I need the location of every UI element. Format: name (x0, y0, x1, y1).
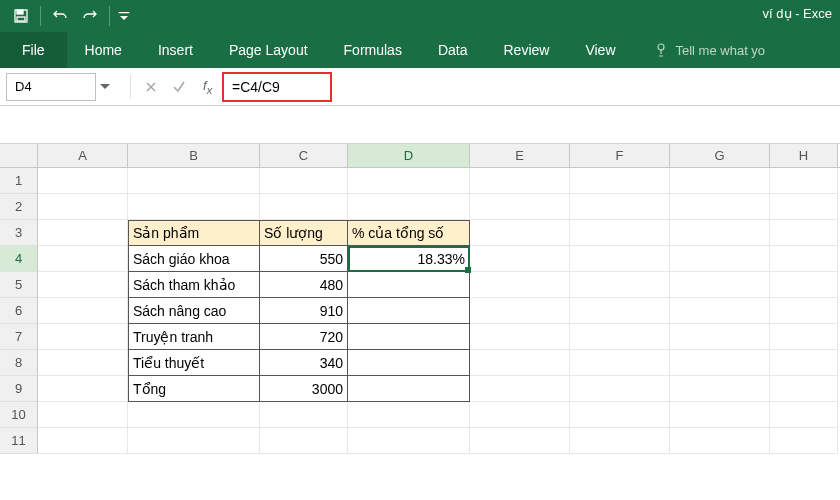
cell[interactable] (260, 168, 348, 194)
row-header-3[interactable]: 3 (0, 220, 38, 246)
row-header-5[interactable]: 5 (0, 272, 38, 298)
cell[interactable] (570, 246, 670, 272)
cell-b3[interactable]: Sản phẩm (128, 220, 260, 246)
tab-view[interactable]: View (567, 32, 633, 68)
cell[interactable] (470, 324, 570, 350)
cell[interactable] (670, 350, 770, 376)
cell[interactable] (260, 402, 348, 428)
cell[interactable] (570, 194, 670, 220)
cell[interactable] (770, 272, 838, 298)
cell[interactable] (470, 246, 570, 272)
cell[interactable] (670, 298, 770, 324)
cell[interactable] (670, 246, 770, 272)
cell[interactable] (570, 428, 670, 454)
cell[interactable] (670, 428, 770, 454)
cell[interactable] (38, 428, 128, 454)
cell-d4[interactable]: 18.33% (348, 246, 470, 272)
cell[interactable] (128, 194, 260, 220)
name-box[interactable]: D4 (6, 73, 96, 101)
cell[interactable] (260, 194, 348, 220)
cell[interactable] (470, 168, 570, 194)
cell[interactable] (38, 298, 128, 324)
cell[interactable] (770, 376, 838, 402)
enter-icon[interactable] (165, 74, 193, 100)
cell[interactable] (38, 220, 128, 246)
tab-formulas[interactable]: Formulas (326, 32, 420, 68)
fx-icon[interactable]: fx (203, 78, 212, 96)
cell[interactable] (570, 376, 670, 402)
cell-c9[interactable]: 3000 (260, 376, 348, 402)
col-header-d[interactable]: D (348, 144, 470, 167)
cell-b8[interactable]: Tiểu thuyết (128, 350, 260, 376)
cell[interactable] (570, 350, 670, 376)
col-header-h[interactable]: H (770, 144, 838, 167)
cell[interactable] (670, 402, 770, 428)
col-header-e[interactable]: E (470, 144, 570, 167)
cell[interactable] (670, 376, 770, 402)
tab-page-layout[interactable]: Page Layout (211, 32, 326, 68)
cell[interactable] (470, 350, 570, 376)
cell-b9[interactable]: Tổng (128, 376, 260, 402)
undo-icon[interactable] (45, 2, 75, 30)
cell[interactable] (570, 272, 670, 298)
cell[interactable] (770, 246, 838, 272)
cell[interactable] (348, 168, 470, 194)
cell-d9[interactable] (348, 376, 470, 402)
cell[interactable] (570, 324, 670, 350)
cell[interactable] (38, 402, 128, 428)
row-header-8[interactable]: 8 (0, 350, 38, 376)
save-icon[interactable] (6, 2, 36, 30)
cell[interactable] (38, 194, 128, 220)
cell-d5[interactable] (348, 272, 470, 298)
cell[interactable] (38, 350, 128, 376)
row-header-7[interactable]: 7 (0, 324, 38, 350)
cell-c5[interactable]: 480 (260, 272, 348, 298)
col-header-f[interactable]: F (570, 144, 670, 167)
cell[interactable] (770, 194, 838, 220)
cell[interactable] (670, 220, 770, 246)
cell-c4[interactable]: 550 (260, 246, 348, 272)
tab-review[interactable]: Review (486, 32, 568, 68)
cell[interactable] (570, 220, 670, 246)
cell[interactable] (470, 298, 570, 324)
col-header-g[interactable]: G (670, 144, 770, 167)
row-header-6[interactable]: 6 (0, 298, 38, 324)
cell[interactable] (38, 376, 128, 402)
col-header-a[interactable]: A (38, 144, 128, 167)
cell-c8[interactable]: 340 (260, 350, 348, 376)
cell[interactable] (128, 168, 260, 194)
cell[interactable] (570, 298, 670, 324)
tab-home[interactable]: Home (67, 32, 140, 68)
cell[interactable] (670, 272, 770, 298)
cell-d7[interactable] (348, 324, 470, 350)
cell[interactable] (348, 402, 470, 428)
cell[interactable] (470, 428, 570, 454)
select-all-corner[interactable] (0, 144, 38, 167)
cell[interactable] (38, 168, 128, 194)
tab-insert[interactable]: Insert (140, 32, 211, 68)
cell[interactable] (470, 220, 570, 246)
row-header-9[interactable]: 9 (0, 376, 38, 402)
row-header-2[interactable]: 2 (0, 194, 38, 220)
cell[interactable] (470, 376, 570, 402)
cell[interactable] (38, 324, 128, 350)
cell[interactable] (128, 428, 260, 454)
cell-d6[interactable] (348, 298, 470, 324)
col-header-c[interactable]: C (260, 144, 348, 167)
redo-icon[interactable] (75, 2, 105, 30)
name-box-dropdown-icon[interactable] (96, 84, 114, 90)
cell[interactable] (670, 194, 770, 220)
cell-c3[interactable]: Số lượng (260, 220, 348, 246)
cell-d8[interactable] (348, 350, 470, 376)
cell[interactable] (38, 272, 128, 298)
tab-file[interactable]: File (0, 32, 67, 68)
cell[interactable] (570, 168, 670, 194)
cell[interactable] (470, 402, 570, 428)
cell[interactable] (38, 246, 128, 272)
cell[interactable] (770, 324, 838, 350)
cell[interactable] (470, 272, 570, 298)
cell[interactable] (348, 428, 470, 454)
cell-c7[interactable]: 720 (260, 324, 348, 350)
cell[interactable] (770, 350, 838, 376)
cell-c6[interactable]: 910 (260, 298, 348, 324)
